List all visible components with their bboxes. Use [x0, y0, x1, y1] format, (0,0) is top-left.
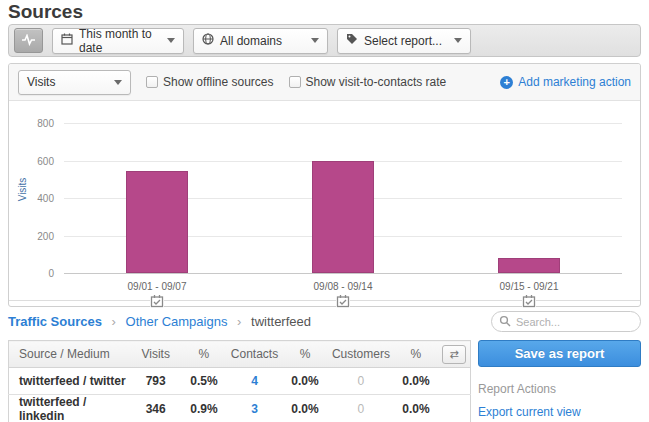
- visit-to-contacts-option[interactable]: Show visit-to-contacts rate: [289, 75, 447, 89]
- export-current-view-link[interactable]: Export current view: [478, 405, 581, 419]
- row-source: twitterfeed / linkedin: [9, 395, 131, 422]
- row-contacts-link[interactable]: 4: [251, 374, 258, 388]
- chevron-down-icon: [167, 38, 175, 43]
- filters-toolbar: This month to date All domains Select re…: [8, 24, 641, 57]
- add-marketing-action-label: Add marketing action: [518, 75, 631, 89]
- row-visits-pct: 0.9%: [181, 395, 227, 422]
- offline-sources-label: Show offline sources: [163, 75, 274, 89]
- offline-sources-option[interactable]: Show offline sources: [146, 75, 274, 89]
- add-marketing-action-link[interactable]: + Add marketing action: [500, 75, 631, 89]
- header-visits-pct[interactable]: %: [181, 341, 227, 368]
- visits-bar-chart: 0200400600800Visits09/01 - 09/0709/08 - …: [9, 101, 640, 306]
- row-visits: 346: [130, 395, 181, 422]
- save-as-report-button[interactable]: Save as report: [478, 340, 641, 367]
- plus-circle-icon: +: [500, 76, 513, 89]
- sources-table: Source / Medium Visits % Contacts % Cust…: [8, 340, 471, 422]
- y-axis-tick-label: 800: [9, 118, 54, 129]
- calendar-icon: [61, 33, 73, 48]
- search-icon: [499, 315, 511, 330]
- report-value: Select report...: [364, 34, 442, 48]
- breadcrumb-traffic-sources[interactable]: Traffic Sources: [8, 314, 102, 329]
- gridline: [64, 123, 622, 124]
- breadcrumb-separator: ›: [112, 314, 116, 329]
- tag-icon: [346, 33, 358, 48]
- breadcrumb-separator: ›: [237, 314, 241, 329]
- breadcrumb-current: twitterfeed: [251, 314, 311, 329]
- metric-dropdown[interactable]: Visits: [18, 70, 131, 95]
- x-axis-label: 09/15 - 09/21: [459, 281, 599, 292]
- chevron-down-icon: [114, 80, 122, 85]
- table-row[interactable]: twitterfeed / twitter 793 0.5% 4 0.0% 0 …: [9, 368, 471, 395]
- breadcrumb-other-campaigns[interactable]: Other Campaigns: [126, 314, 228, 329]
- date-range-dropdown[interactable]: This month to date: [52, 28, 184, 54]
- calendar-marker-icon[interactable]: [336, 294, 350, 308]
- chevron-down-icon: [454, 38, 462, 43]
- table-row[interactable]: twitterfeed / linkedin 346 0.9% 3 0.0% 0…: [9, 395, 471, 422]
- header-source-medium[interactable]: Source / Medium: [9, 341, 131, 368]
- y-axis-tick-label: 0: [9, 268, 54, 279]
- metric-value: Visits: [27, 75, 55, 89]
- row-customers: 0: [328, 395, 394, 422]
- header-contacts-pct[interactable]: %: [282, 341, 328, 368]
- header-contacts[interactable]: Contacts: [227, 341, 282, 368]
- date-range-value: This month to date: [79, 27, 161, 55]
- pulse-icon: [21, 32, 36, 50]
- header-customers-pct[interactable]: %: [394, 341, 438, 368]
- domain-dropdown[interactable]: All domains: [193, 28, 328, 54]
- header-customers[interactable]: Customers: [328, 341, 394, 368]
- globe-icon: [202, 33, 214, 48]
- row-visits-pct: 0.5%: [181, 368, 227, 395]
- row-customers-pct: 0.0%: [394, 368, 438, 395]
- visit-to-contacts-label: Show visit-to-contacts rate: [306, 75, 447, 89]
- visit-to-contacts-checkbox[interactable]: [289, 76, 301, 88]
- calendar-marker-icon[interactable]: [522, 294, 536, 308]
- chart-style-button[interactable]: [14, 28, 43, 53]
- y-axis-title: Visits: [17, 160, 28, 220]
- table-header-row: Source / Medium Visits % Contacts % Cust…: [9, 341, 471, 368]
- calendar-marker-icon[interactable]: [150, 294, 164, 308]
- bar-09/01 - 09/07[interactable]: [126, 171, 188, 273]
- marketing-actions-timeline: [9, 300, 640, 301]
- bar-09/15 - 09/21[interactable]: [498, 258, 560, 273]
- header-visits[interactable]: Visits: [130, 341, 181, 368]
- drilldown-header: Traffic Sources › Other Campaigns › twit…: [8, 314, 641, 338]
- x-axis-label: 09/01 - 09/07: [87, 281, 227, 292]
- report-dropdown[interactable]: Select report...: [337, 28, 471, 54]
- chart-toolbar: Visits Show offline sources Show visit-t…: [9, 64, 640, 101]
- gridline: [64, 273, 622, 274]
- chart-panel: Visits Show offline sources Show visit-t…: [8, 63, 641, 307]
- row-contacts-pct: 0.0%: [282, 395, 328, 422]
- x-axis-label: 09/08 - 09/14: [273, 281, 413, 292]
- row-contacts-link[interactable]: 3: [251, 402, 258, 416]
- y-axis-tick-label: 200: [9, 231, 54, 242]
- edit-columns-button[interactable]: ⇄: [442, 345, 466, 364]
- report-actions-label: Report Actions: [478, 382, 641, 396]
- chevron-down-icon: [311, 38, 319, 43]
- row-customers: 0: [328, 368, 394, 395]
- row-visits: 793: [130, 368, 181, 395]
- page-title: Sources: [8, 1, 83, 23]
- report-actions-panel: Save as report Report Actions Export cur…: [478, 340, 641, 420]
- bar-09/08 - 09/14[interactable]: [312, 161, 374, 273]
- row-customers-pct: 0.0%: [394, 395, 438, 422]
- domain-value: All domains: [220, 34, 282, 48]
- offline-sources-checkbox[interactable]: [146, 76, 158, 88]
- row-contacts-pct: 0.0%: [282, 368, 328, 395]
- row-source: twitterfeed / twitter: [9, 368, 131, 395]
- search-input[interactable]: [491, 311, 641, 332]
